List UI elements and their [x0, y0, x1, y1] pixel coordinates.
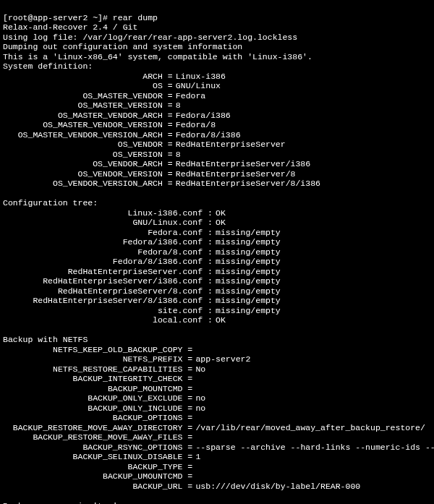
- netfs-row: BACKUP_RESTORE_MOVE_AWAY_DIRECTORY = /va…: [3, 423, 431, 433]
- netfs-value: /var/lib/rear/moved_away_after_backup_re…: [195, 423, 425, 433]
- sysdef-row: OS_VERSION = 8: [3, 150, 431, 160]
- conftree-row: Fedora.conf : missing/empty: [3, 228, 431, 238]
- sysdef-value: 8: [176, 150, 181, 160]
- sysdef-block: ARCH = Linux-i386 OS = GNU/Linux OS_MAST…: [3, 72, 431, 189]
- sysdef-value: Fedora/i386: [176, 111, 231, 121]
- conftree-key: RedHatEnterpriseServer.conf: [3, 267, 203, 277]
- sysdef-row: OS_VENDOR_VERSION = RedHatEnterpriseServ…: [3, 169, 431, 179]
- conftree-value: OK: [216, 315, 226, 325]
- sysdef-key: OS_VENDOR_ARCH: [3, 159, 163, 169]
- separator: =: [182, 364, 195, 375]
- sysdef-row: OS = GNU/Linux: [3, 81, 431, 91]
- netfs-value: usb:///dev/disk/by-label/REAR-000: [195, 482, 360, 492]
- separator: =: [182, 413, 195, 423]
- netfs-value: 1: [195, 452, 200, 462]
- sysdef-key: OS_MASTER_VERSION: [3, 101, 163, 111]
- netfs-row: BACKUP_MOUNTCMD =: [3, 384, 431, 394]
- header-line: Relax-and-Recover 2.4 / Git: [3, 22, 137, 32]
- separator: =: [182, 482, 195, 492]
- sysdef-row: OS_MASTER_VENDOR_VERSION = Fedora/8: [3, 120, 431, 130]
- conftree-key: RedHatEnterpriseServer/i386.conf: [3, 276, 203, 286]
- separator: :: [203, 257, 216, 267]
- netfs-row: BACKUP_OPTIONS =: [3, 413, 431, 423]
- separator: =: [163, 179, 176, 189]
- sysdef-row: ARCH = Linux-i386: [3, 72, 431, 82]
- header-line: Dumping out configuration and system inf…: [3, 42, 242, 51]
- sysdef-value: RedHatEnterpriseServer/8/i386: [176, 179, 320, 189]
- netfs-row: NETFS_RESTORE_CAPABILITIES = No: [3, 364, 431, 375]
- separator: =: [182, 354, 195, 364]
- conftree-row: RedHatEnterpriseServer/8.conf : missing/…: [3, 286, 431, 296]
- separator: =: [182, 393, 195, 403]
- netfs-row: BACKUP_URL = usb:///dev/disk/by-label/RE…: [3, 482, 431, 492]
- netfs-key: BACKUP_SELINUX_DISABLE: [3, 452, 182, 462]
- netfs-key: BACKUP_TYPE: [3, 462, 182, 472]
- netfs-value: no: [195, 403, 205, 414]
- sysdef-row: OS_MASTER_VENDOR_ARCH = Fedora/i386: [3, 111, 431, 121]
- netfs-value: app-server2: [195, 354, 250, 364]
- conftree-value: missing/empty: [216, 237, 281, 247]
- conftree-key: RedHatEnterpriseServer/8/i386.conf: [3, 296, 203, 306]
- section-config-tree: Configuration tree:: [3, 198, 98, 208]
- separator: :: [203, 267, 216, 277]
- separator: =: [163, 91, 176, 101]
- sysdef-value: GNU/Linux: [176, 81, 221, 91]
- conftree-key: local.conf: [3, 315, 203, 325]
- separator: =: [163, 140, 176, 150]
- netfs-key: BACKUP_RESTORE_MOVE_AWAY_DIRECTORY: [3, 423, 182, 433]
- netfs-row: BACKUP_SELINUX_DISABLE = 1: [3, 452, 431, 462]
- separator: :: [203, 306, 216, 316]
- sysdef-value: RedHatEnterpriseServer/i386: [176, 159, 310, 169]
- separator: =: [163, 159, 176, 169]
- sysdef-key: OS_VENDOR: [3, 140, 163, 150]
- conftree-key: site.conf: [3, 306, 203, 316]
- netfs-row: NETFS_PREFIX = app-server2: [3, 354, 431, 364]
- sysdef-value: RedHatEnterpriseServer/8: [176, 169, 296, 179]
- conftree-row: Fedora/8/i386.conf : missing/empty: [3, 257, 431, 267]
- conftree-value: missing/empty: [216, 247, 281, 257]
- separator: :: [203, 237, 216, 247]
- netfs-row: BACKUP_INTEGRITY_CHECK =: [3, 374, 431, 384]
- netfs-value: --sparse --archive --hard-links --numeri…: [195, 443, 434, 453]
- separator: =: [163, 169, 176, 179]
- sysdef-key: OS_MASTER_VENDOR: [3, 91, 163, 101]
- netfs-row: BACKUP_TYPE =: [3, 462, 431, 472]
- separator: =: [182, 403, 195, 414]
- netfs-row: BACKUP_RESTORE_MOVE_AWAY_FILES =: [3, 432, 431, 443]
- sysdef-row: OS_VENDOR_VERSION_ARCH = RedHatEnterpris…: [3, 179, 431, 189]
- conftree-row: Fedora/i386.conf : missing/empty: [3, 237, 431, 247]
- sysdef-key: OS_VENDOR_VERSION: [3, 169, 163, 179]
- conftree-value: missing/empty: [216, 306, 281, 316]
- sysdef-key: OS: [3, 81, 163, 91]
- netfs-key: BACKUP_URL: [3, 482, 182, 492]
- sysdef-key: OS_MASTER_VENDOR_ARCH: [3, 111, 163, 121]
- conftree-row: RedHatEnterpriseServer/i386.conf : missi…: [3, 276, 431, 286]
- separator: =: [182, 471, 195, 482]
- separator: =: [182, 443, 195, 453]
- netfs-row: BACKUP_ONLY_EXCLUDE = no: [3, 393, 431, 403]
- separator: =: [182, 384, 195, 394]
- conftree-key: Linux-i386.conf: [3, 208, 203, 218]
- conftree-value: OK: [216, 218, 226, 228]
- netfs-row: BACKUP_ONLY_INCLUDE = no: [3, 403, 431, 414]
- sysdef-value: Fedora: [176, 91, 205, 101]
- netfs-key: BACKUP_OPTIONS: [3, 413, 182, 423]
- conftree-row: Linux-i386.conf : OK: [3, 208, 431, 218]
- netfs-key: BACKUP_ONLY_INCLUDE: [3, 403, 182, 414]
- separator: :: [203, 247, 216, 257]
- separator: =: [182, 374, 195, 384]
- sysdef-row: OS_VENDOR = RedHatEnterpriseServer: [3, 140, 431, 150]
- sysdef-row: OS_MASTER_VENDOR_VERSION_ARCH = Fedora/8…: [3, 130, 431, 140]
- sysdef-key: OS_MASTER_VENDOR_VERSION_ARCH: [3, 130, 163, 140]
- separator: =: [182, 462, 195, 472]
- separator: =: [182, 452, 195, 462]
- separator: :: [203, 286, 216, 296]
- separator: =: [163, 150, 176, 160]
- conftree-key: Fedora/i386.conf: [3, 237, 203, 247]
- sysdef-key: OS_MASTER_VENDOR_VERSION: [3, 120, 163, 130]
- conftree-value: missing/empty: [216, 267, 281, 277]
- section-system-definition: System definition:: [3, 61, 93, 71]
- separator: =: [163, 72, 176, 82]
- separator: :: [203, 315, 216, 325]
- netfs-value: No: [195, 364, 205, 375]
